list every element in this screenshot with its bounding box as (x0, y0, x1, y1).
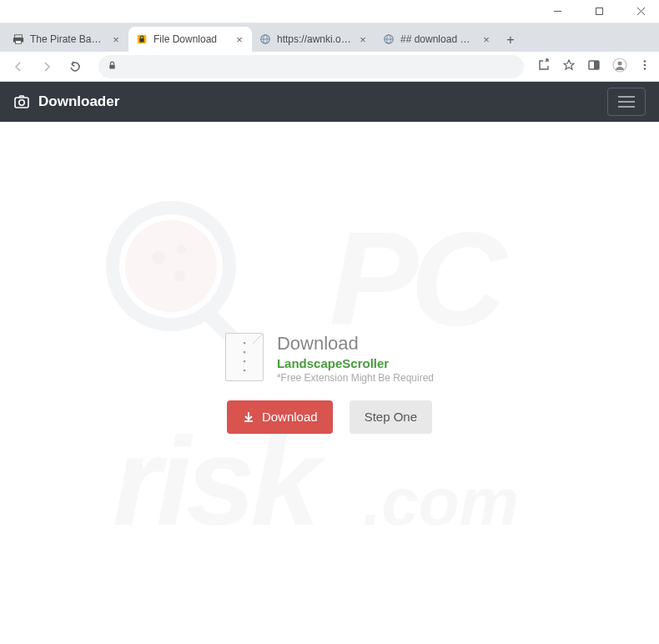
globe-icon (382, 33, 395, 46)
browser-menu-button[interactable] (639, 59, 651, 74)
maximize-icon (595, 7, 604, 16)
tab-close-button[interactable]: × (357, 33, 369, 45)
lock-icon (107, 59, 118, 74)
step-one-label: Step One (365, 410, 417, 424)
svg-rect-15 (109, 64, 115, 68)
svg-point-21 (644, 63, 646, 66)
profile-icon (612, 58, 627, 73)
browser-tab[interactable]: https://awnki.ofchildr.b... × (252, 27, 375, 52)
svg-point-22 (644, 68, 646, 70)
brand[interactable]: Downloader (13, 93, 119, 110)
page-content: PC risk .com ▪▪▪▪ Download LandscapeScro… (0, 122, 659, 644)
share-icon (537, 58, 551, 72)
zip-icon: ▪▪▪▪ (240, 339, 249, 375)
arrow-left-icon (12, 60, 25, 73)
svg-text:.com: .com (363, 465, 519, 539)
svg-rect-1 (596, 8, 602, 15)
button-row: Download Step One (227, 400, 432, 434)
arrow-right-icon (40, 60, 53, 73)
window-minimize-button[interactable] (546, 3, 569, 20)
browser-toolbar (0, 52, 659, 82)
globe-icon (259, 33, 272, 46)
camera-icon (13, 93, 30, 110)
svg-point-25 (125, 220, 217, 312)
tab-close-button[interactable]: × (110, 33, 122, 45)
kebab-icon (639, 59, 651, 71)
minimize-icon (553, 7, 562, 16)
download-note: *Free Extension Might Be Required (277, 372, 434, 384)
svg-point-27 (176, 244, 186, 254)
share-button[interactable] (537, 58, 551, 75)
reload-button[interactable] (65, 57, 85, 77)
download-info: ▪▪▪▪ Download LandscapeScroller *Free Ex… (225, 333, 434, 384)
address-bar[interactable] (98, 55, 524, 78)
tab-title: https://awnki.ofchildr.b... (277, 33, 352, 45)
download-filename: LandscapeScroller (277, 356, 434, 370)
svg-point-28 (174, 270, 185, 282)
download-card: ▪▪▪▪ Download LandscapeScroller *Free Ex… (225, 333, 434, 434)
star-icon (562, 58, 576, 72)
window-titlebar (0, 0, 659, 23)
svg-rect-8 (139, 38, 143, 42)
download-heading: Download (277, 333, 434, 355)
svg-point-19 (618, 61, 622, 65)
bookmark-button[interactable] (562, 58, 576, 75)
svg-point-26 (152, 251, 165, 264)
close-icon (636, 7, 646, 16)
svg-rect-23 (15, 98, 28, 108)
extensions-button[interactable] (587, 58, 601, 75)
download-button-label: Download (262, 410, 318, 424)
tab-title: File Download (153, 33, 229, 45)
tab-close-button[interactable]: × (480, 33, 492, 45)
toolbar-actions (537, 58, 651, 76)
new-tab-button[interactable]: + (499, 28, 522, 52)
download-button[interactable]: Download (227, 400, 333, 434)
step-one-button[interactable]: Step One (350, 400, 432, 434)
svg-point-29 (113, 208, 229, 325)
browser-tab-active[interactable]: File Download × (128, 27, 252, 52)
reload-icon (68, 60, 82, 73)
window-close-button[interactable] (629, 3, 652, 20)
svg-rect-17 (594, 61, 599, 69)
lock-favicon-icon (135, 33, 148, 46)
browser-tab[interactable]: The Pirate Bay - The ga... × (5, 27, 128, 52)
svg-point-20 (644, 60, 646, 63)
brand-text: Downloader (38, 93, 119, 110)
profile-button[interactable] (612, 58, 627, 76)
tab-close-button[interactable]: × (234, 33, 245, 45)
menu-toggle-button[interactable] (607, 88, 646, 116)
svg-rect-6 (16, 41, 22, 44)
browser-tab-strip: The Pirate Bay - The ga... × File Downlo… (0, 23, 659, 52)
printer-icon (12, 33, 25, 46)
page-navbar: Downloader (0, 82, 659, 122)
svg-text:PC: PC (330, 204, 509, 353)
svg-rect-4 (15, 35, 23, 38)
hamburger-icon (618, 96, 635, 98)
browser-tab[interactable]: ## download page ## × (375, 27, 499, 52)
file-icon: ▪▪▪▪ (225, 333, 264, 381)
download-icon (242, 410, 255, 424)
tab-title: ## download page ## (400, 33, 475, 45)
panel-icon (587, 58, 601, 72)
svg-point-24 (19, 100, 24, 105)
window-maximize-button[interactable] (587, 3, 611, 20)
forward-button[interactable] (37, 57, 57, 77)
tab-title: The Pirate Bay - The ga... (30, 33, 105, 45)
back-button[interactable] (8, 57, 28, 77)
